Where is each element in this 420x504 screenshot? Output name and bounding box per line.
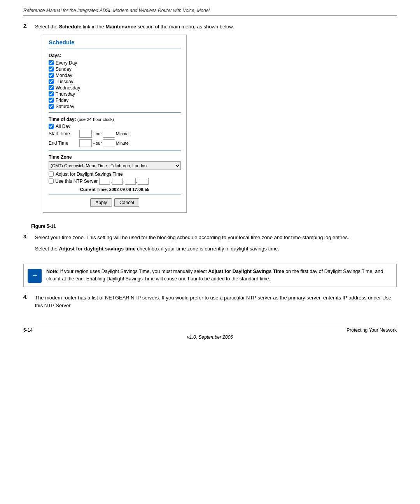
apply-button[interactable]: Apply	[90, 198, 112, 207]
monday-label: Monday	[56, 73, 72, 78]
step3-text1: Select your time zone. This setting will…	[35, 234, 397, 242]
time-divider	[49, 112, 181, 113]
friday-label: Friday	[56, 98, 68, 103]
checkbox-sunday-input[interactable]	[49, 66, 54, 72]
end-time-row: End Time Hour Minute	[49, 139, 181, 147]
ntp-octet3[interactable]	[125, 178, 136, 185]
ntp-label: Use this NTP Server	[55, 178, 98, 184]
note-bold2: for Daylight Savings Time	[225, 269, 284, 274]
timezone-section: Time Zone (GMT) Greenwich Mean Time : Ed…	[49, 154, 181, 192]
ntp-octet4[interactable]	[138, 178, 149, 185]
note-text: Note: If your region uses Daylight Savin…	[46, 268, 392, 283]
step3-text2: Select the Adjust for daylight savings t…	[35, 245, 397, 253]
step4-block: 4. The modem router has a list of NETGEA…	[23, 294, 397, 313]
daylight-savings-label: Adjust for Daylight Savings Time	[56, 172, 123, 177]
start-minute-input[interactable]	[103, 130, 115, 138]
checkbox-thursday: Thursday	[49, 91, 181, 97]
page-header: Reference Manual for the Integrated ADSL…	[23, 8, 397, 16]
end-minute-label: Minute	[116, 141, 129, 145]
ntp-row: Use this NTP Server . . .	[49, 178, 181, 185]
maintenance-link-text: Maintenance	[105, 24, 136, 30]
end-hour-input[interactable]	[79, 139, 92, 147]
start-hour-input[interactable]	[79, 130, 92, 138]
timezone-select[interactable]: (GMT) Greenwich Mean Time : Edinburgh, L…	[49, 161, 181, 170]
saturday-label: Saturday	[56, 104, 74, 109]
daylight-savings-row: Adjust for Daylight Savings Time	[49, 172, 181, 177]
sunday-label: Sunday	[56, 66, 72, 72]
end-time-label: End Time	[49, 140, 78, 146]
footer-center: v1.0, September 2006	[23, 334, 397, 340]
checkbox-wednesday: Wednesday	[49, 85, 181, 91]
figure-label: Figure 5-11	[31, 224, 397, 229]
start-time-label: Start Time	[49, 131, 78, 136]
step2-text: Select the Schedule link in the Maintena…	[35, 23, 397, 31]
schedule-divider	[49, 49, 181, 49]
wednesday-label: Wednesday	[56, 85, 80, 91]
all-day-row: All Day	[49, 124, 181, 129]
ntp-inputs: . . .	[99, 178, 149, 185]
daylight-savings-checkbox[interactable]	[49, 172, 54, 177]
end-minute-input[interactable]	[103, 139, 115, 147]
start-time-inputs: Hour Minute	[79, 130, 129, 138]
checkbox-wednesday-input[interactable]	[49, 85, 54, 90]
ntp-octet2[interactable]	[112, 178, 123, 185]
schedule-box: Schedule Days: Every Day Sunday Monday T…	[43, 35, 187, 213]
checkbox-every-day-input[interactable]	[49, 60, 54, 65]
note-body1: If your region uses Daylight Savings Tim…	[60, 269, 208, 274]
step3-content: Select your time zone. This setting will…	[35, 234, 397, 257]
note-arrow-icon: →	[28, 269, 42, 283]
time-of-day-label: Time of day: (use 24-hour clock)	[49, 117, 181, 122]
start-minute-label: Minute	[116, 131, 129, 136]
start-hour-label: Hour	[93, 131, 102, 136]
start-time-row: Start Time Hour Minute	[49, 130, 181, 138]
checkbox-monday-input[interactable]	[49, 73, 54, 78]
time-of-day-hint: (use 24-hour clock)	[77, 117, 114, 122]
checkbox-sunday: Sunday	[49, 66, 181, 72]
cancel-button[interactable]: Cancel	[114, 198, 139, 207]
step4-content: The modem router has a list of NETGEAR N…	[35, 294, 397, 313]
checkbox-every-day: Every Day	[49, 60, 181, 66]
step3-number: 3.	[23, 234, 31, 257]
note-label: Note:	[46, 269, 59, 274]
checkbox-saturday-input[interactable]	[49, 104, 54, 109]
step4-text: The modem router has a list of NETGEAR N…	[35, 294, 397, 309]
adjust-daylight-bold: Adjust for daylight savings time	[59, 246, 135, 252]
tuesday-label: Tuesday	[56, 79, 74, 84]
end-hour-label: Hour	[93, 141, 102, 145]
schedule-title: Schedule	[49, 39, 181, 46]
checkbox-saturday: Saturday	[49, 104, 181, 109]
tz-divider	[49, 150, 181, 150]
time-section: Time of day: (use 24-hour clock) All Day…	[49, 117, 181, 147]
footer-left: 5-14	[23, 327, 33, 333]
end-time-inputs: Hour Minute	[79, 139, 129, 147]
step2-block: 2. Select the Schedule link in the Maint…	[23, 23, 397, 217]
current-time-value: 2002-09-08 17:08:55	[109, 187, 149, 192]
note-box: → Note: If your region uses Daylight Sav…	[23, 264, 397, 287]
note-bold1: Adjust	[208, 269, 223, 274]
step2-content: Select the Schedule link in the Maintena…	[35, 23, 397, 217]
checkbox-tuesday-input[interactable]	[49, 79, 54, 84]
checkbox-tuesday: Tuesday	[49, 79, 181, 84]
schedule-link-text: Schedule	[59, 24, 81, 30]
footer-right: Protecting Your Network	[346, 327, 397, 333]
thursday-label: Thursday	[56, 91, 75, 97]
button-divider	[49, 194, 181, 194]
step2-number: 2.	[23, 23, 31, 217]
checkbox-monday: Monday	[49, 73, 181, 78]
all-day-checkbox[interactable]	[49, 124, 54, 129]
timezone-label: Time Zone	[49, 154, 181, 160]
current-time: Current Time: 2002-09-08 17:08:55	[49, 187, 181, 192]
ntp-octet1[interactable]	[99, 178, 110, 185]
all-day-label: All Day	[56, 124, 70, 129]
checkbox-thursday-input[interactable]	[49, 91, 54, 96]
page-footer: 5-14 Protecting Your Network	[23, 325, 397, 333]
step3-block: 3. Select your time zone. This setting w…	[23, 234, 397, 257]
button-row: Apply Cancel	[49, 198, 181, 207]
ntp-checkbox[interactable]	[49, 178, 54, 184]
checkbox-friday-input[interactable]	[49, 98, 54, 103]
days-label: Days:	[49, 53, 181, 58]
step4-number: 4.	[23, 294, 31, 313]
checkbox-friday: Friday	[49, 98, 181, 103]
every-day-label: Every Day	[56, 60, 77, 66]
footer-area: 5-14 Protecting Your Network v1.0, Septe…	[23, 325, 397, 340]
